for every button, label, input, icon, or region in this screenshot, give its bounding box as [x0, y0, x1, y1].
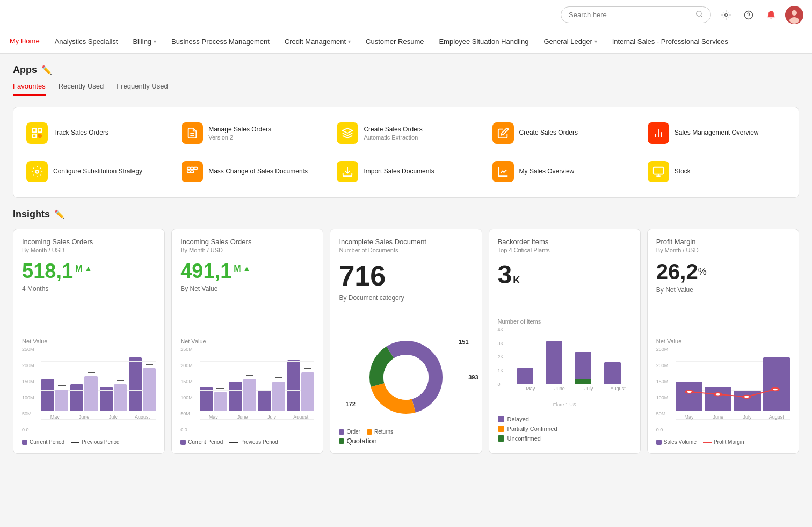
app-track-sales-orders[interactable]: Track Sales Orders — [22, 118, 169, 148]
app-icon-mass-change — [182, 161, 203, 182]
svg-point-7 — [789, 17, 799, 24]
chart-area-1: Net Value 250M 200M 150M 100M 50M 0.0 — [22, 297, 156, 445]
legend-quotation: Quotation — [339, 437, 473, 445]
svg-point-17 — [35, 170, 39, 173]
user-avatar[interactable] — [785, 6, 803, 24]
svg-rect-9 — [38, 129, 41, 132]
bar-june-current — [70, 384, 83, 411]
apps-edit-icon[interactable]: ✏️ — [41, 65, 52, 75]
legend-sales-volume: Sales Volume — [656, 439, 697, 445]
svg-rect-19 — [191, 167, 194, 170]
svg-rect-20 — [194, 167, 198, 170]
app-manage-sales-orders[interactable]: Manage Sales OrdersVersion 2 — [177, 118, 324, 148]
app-icon-track — [26, 122, 48, 144]
card-subtitle-3: Number of Documents — [339, 247, 473, 253]
legend-prev-2: Previous Period — [229, 439, 278, 445]
apps-grid: Track Sales Orders Manage Sales OrdersVe… — [13, 107, 799, 198]
app-mass-change[interactable]: Mass Change of Sales Documents — [177, 157, 324, 187]
bar-june-prev — [84, 376, 97, 411]
nav-item-customer[interactable]: Customer Resume — [365, 30, 425, 54]
bar-may-current — [41, 379, 54, 411]
nav-item-employee[interactable]: Employee Situation Handling — [438, 30, 530, 54]
trend-up-2: ▲ — [243, 264, 251, 273]
billing-chevron: ▾ — [154, 39, 156, 45]
large-number-716: 716 — [339, 260, 473, 292]
top-bar-icons — [717, 6, 803, 24]
profit-chart-area: Net Value 250M 200M 150M 100M 50M 0.0 — [656, 298, 790, 445]
bar-july-current — [100, 387, 113, 411]
app-stock[interactable]: Stock — [643, 157, 790, 187]
app-configure-substitution[interactable]: Configure Substitution Strategy — [22, 157, 169, 187]
backorder-status-list: Delayed Partially Confirmed Unconfirmed — [498, 416, 632, 445]
svg-point-11 — [38, 134, 41, 137]
bar-aug-prev — [143, 368, 156, 411]
app-icon-create-auto — [337, 122, 358, 144]
card-title-2: Incoming Sales Orders — [180, 238, 314, 246]
card-title-3: Incomplete Sales Document — [339, 238, 473, 246]
settings-icon-btn[interactable] — [717, 6, 735, 24]
legend-prev-1: Previous Period — [71, 439, 120, 445]
nav-bar: My Home Analystics Specialist Billing ▾ … — [0, 30, 812, 54]
app-icon-configure — [26, 161, 48, 182]
app-create-sales-orders-auto[interactable]: Create Sales OrdersAutomatic Extraction — [332, 118, 479, 148]
backorder-chart-area: Number of items 4K 3K 2K 1K 0 — [498, 289, 632, 445]
credit-chevron: ▾ — [348, 39, 351, 45]
ledger-chevron: ▾ — [595, 39, 597, 45]
nav-item-billing[interactable]: Billing ▾ — [132, 30, 157, 54]
legend-returns: Returns — [367, 429, 393, 435]
app-icon-my-overview — [492, 161, 514, 182]
app-icon-import — [337, 161, 358, 182]
insight-card-incoming-2: Incoming Sales Orders By Month / USD 491… — [171, 229, 323, 454]
card-title-4: Backorder Items — [498, 238, 632, 246]
card-subtitle-4: Top 4 Critical Plants — [498, 247, 632, 253]
tab-frequently-used[interactable]: Frequently Used — [117, 82, 168, 96]
notification-icon-btn[interactable] — [763, 6, 780, 24]
app-import-sales-documents[interactable]: Import Sales Documents — [332, 157, 479, 187]
tab-recently-used[interactable]: Recently Used — [59, 82, 104, 96]
bar-aug-current — [129, 357, 142, 411]
help-icon-btn[interactable] — [740, 6, 757, 24]
apps-tabs: Favourites Recently Used Frequently Used — [13, 82, 799, 96]
app-icon-create — [492, 122, 514, 144]
app-icon-overview — [648, 122, 669, 144]
svg-rect-22 — [191, 171, 194, 173]
donut-legend: Order Returns — [339, 429, 473, 435]
nav-item-ledger[interactable]: General Ledger ▾ — [542, 30, 598, 54]
top-bar — [0, 0, 812, 30]
nav-item-bpm[interactable]: Business Process Management — [170, 30, 271, 54]
trend-up-1: ▲ — [84, 264, 92, 273]
plant-labels: Flare 1 US — [498, 402, 632, 407]
card-subtitle-1: By Month / USD — [22, 247, 156, 253]
chart-legend-1: Current Period Previous Period — [22, 439, 156, 445]
app-my-sales-overview[interactable]: My Sales Overview — [488, 157, 635, 187]
bar-july-prev — [114, 384, 127, 411]
card-subtitle-5: By Month / USD — [656, 247, 790, 253]
tab-favourites[interactable]: Favourites — [13, 82, 46, 96]
nav-item-my-home[interactable]: My Home — [9, 30, 41, 54]
nav-item-analytics[interactable]: Analystics Specialist — [54, 30, 119, 54]
card-subtitle-2: By Month / USD — [180, 247, 314, 253]
apps-section-header: Apps ✏️ — [13, 64, 799, 76]
svg-rect-18 — [187, 167, 191, 170]
svg-rect-21 — [187, 171, 191, 173]
search-box[interactable] — [561, 6, 711, 23]
app-sales-management-overview[interactable]: Sales Management Overview — [643, 118, 790, 148]
insight-card-profit: Profit Margin By Month / USD 26,2 % By N… — [647, 229, 799, 454]
search-input[interactable] — [569, 11, 693, 19]
card-period-1: 4 Months — [22, 285, 156, 292]
legend-profit-margin: Profit Margin — [703, 439, 744, 445]
donut-svg — [363, 334, 449, 420]
status-unconfirmed: Unconfirmed — [498, 435, 632, 442]
profit-period: By Net Value — [656, 286, 790, 294]
app-create-sales-orders[interactable]: Create Sales Orders — [488, 118, 635, 148]
status-delayed: Delayed — [498, 416, 632, 422]
svg-line-1 — [701, 16, 702, 17]
donut-chart-area: 151 393 172 Order Returns — [339, 306, 473, 445]
svg-point-30 — [383, 355, 429, 400]
nav-item-internal-sales[interactable]: Internal Sales - Professional Services — [611, 30, 729, 54]
card-value-1: 518,1M ▲ — [22, 260, 156, 283]
nav-item-credit[interactable]: Credit Management ▾ — [284, 30, 352, 54]
app-icon-stock — [648, 161, 669, 182]
insights-edit-icon[interactable]: ✏️ — [54, 209, 65, 219]
donut-period: By Document category — [339, 294, 473, 302]
